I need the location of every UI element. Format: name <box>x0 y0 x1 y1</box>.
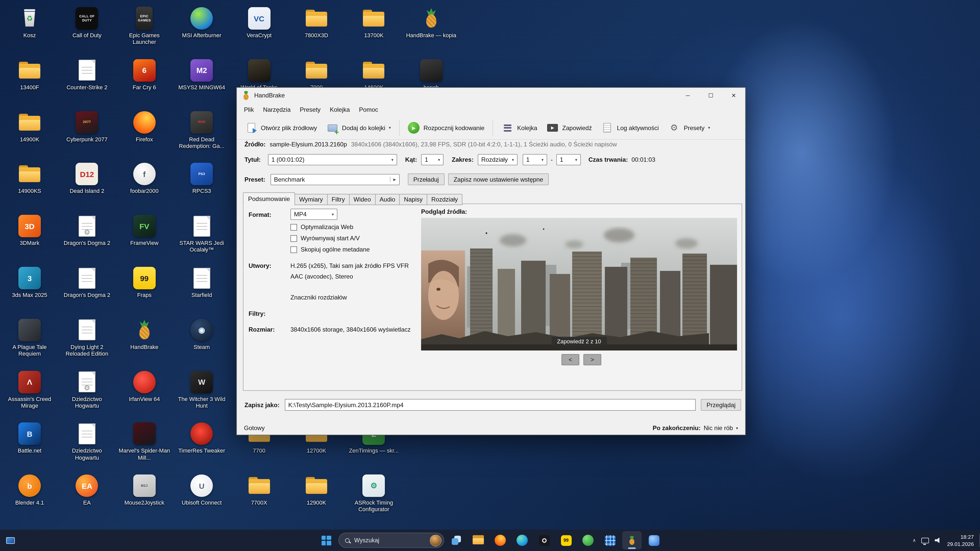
desktop-icon[interactable]: 13700K <box>347 6 401 39</box>
toolbar-queue[interactable]: Kolejka <box>497 119 541 137</box>
menu-pomoc[interactable]: Pomoc <box>355 103 383 116</box>
checkbox-wyr-wnywaj-start-a-v[interactable]: Wyrównywaj start A/V <box>290 235 360 242</box>
desktop-icon[interactable]: 3D3DMark <box>3 214 56 246</box>
desktop-icon[interactable]: UUbisoft Connect <box>175 473 228 506</box>
taskbar-fraps[interactable]: 99 <box>556 531 576 549</box>
desktop-icon[interactable]: WThe Witcher 3 Wild Hunt <box>175 370 228 409</box>
save-path-input[interactable] <box>285 399 696 411</box>
taskbar-handbrake[interactable] <box>622 531 641 549</box>
browse-button[interactable]: Przeglądaj <box>701 399 741 411</box>
corner-display-icon[interactable] <box>2 531 18 549</box>
toolbar-start-encode[interactable]: ▶Rozpocznij kodowanie <box>404 119 489 137</box>
desktop-icon[interactable]: Counter-Strike 2 <box>60 58 114 91</box>
desktop-icon[interactable]: Dragon's Dogma 2 <box>60 266 114 299</box>
when-done-select[interactable]: Nic nie rób <box>703 424 733 432</box>
desktop-icon[interactable]: ⚙Dziedzictwo Hogwartu <box>60 370 114 409</box>
desktop-icon[interactable]: VCVeraCrypt <box>232 6 286 39</box>
reload-preset-button[interactable]: Przeładuj <box>407 173 444 185</box>
desktop-icon[interactable]: bBlender 4.1 <box>3 473 56 506</box>
desktop-icon[interactable]: MSI Afterburner <box>175 6 228 39</box>
menu-presety[interactable]: Presety <box>295 103 325 116</box>
desktop-icon[interactable]: 99Fraps <box>118 266 171 299</box>
volume-icon[interactable] <box>935 537 942 543</box>
desktop-icon[interactable]: ΛAssassin's Creed Mirage <box>3 370 56 409</box>
desktop-icon[interactable]: IrfanView 64 <box>118 370 171 402</box>
desktop-icon[interactable]: ◉Steam <box>175 318 228 351</box>
hidden-icons-chevron-icon[interactable]: ∧ <box>913 538 916 543</box>
taskbar-app-blue[interactable] <box>644 531 663 549</box>
range-to-select[interactable]: 1 <box>556 154 581 165</box>
search-highlight-thumbnail[interactable] <box>430 534 442 546</box>
desktop-icon[interactable]: 12900K <box>290 473 343 506</box>
desktop-icon[interactable]: ⚙ASRock Timing Configurator <box>347 473 401 513</box>
minimize-button[interactable]: ─ <box>676 88 699 103</box>
toolbar-presets[interactable]: ⚙Presety▾ <box>664 119 714 137</box>
desktop-icon[interactable]: 14600K <box>347 58 401 91</box>
search-box[interactable]: Wyszukaj <box>339 533 444 548</box>
toolbar-preview[interactable]: ▶Zapowiedź <box>542 119 596 137</box>
taskbar-file-explorer[interactable] <box>469 531 488 549</box>
desktop-icon[interactable]: ffoobar2000 <box>118 162 171 195</box>
desktop-icon[interactable]: D12Dead Island 2 <box>60 162 114 195</box>
desktop-icon[interactable]: BBattle.net <box>3 422 56 454</box>
menu-kolejka[interactable]: Kolejka <box>325 103 355 116</box>
checkbox-box[interactable] <box>290 235 297 241</box>
desktop-icon[interactable]: M2MSYS2 MINGW64 <box>175 58 228 91</box>
taskbar-app-green[interactable] <box>578 531 598 549</box>
maximize-button[interactable]: ☐ <box>699 88 722 103</box>
checkbox-box[interactable] <box>290 224 297 230</box>
desktop-icon[interactable]: Firefox <box>118 110 171 143</box>
desktop-icon[interactable]: Dziedzictwo Hogwartu <box>60 422 114 461</box>
desktop-icon[interactable]: 6Far Cry 6 <box>118 58 171 91</box>
taskbar-task-view[interactable] <box>447 531 466 549</box>
desktop-icon[interactable]: HandBrake — kopia <box>405 6 458 39</box>
desktop-icon[interactable]: 7900 <box>290 58 343 91</box>
desktop-icon[interactable]: World of Tanks <box>232 58 286 91</box>
checkbox-box[interactable] <box>290 246 297 253</box>
tab-filtry[interactable]: Filtry <box>327 194 349 205</box>
desktop-icon[interactable]: PS3RPCS3 <box>175 162 228 195</box>
taskbar-app-grid[interactable] <box>600 531 620 549</box>
desktop-icon[interactable]: ⚙Dragon's Dogma 2 <box>60 214 114 246</box>
desktop-icon[interactable]: STAR WARS Jedi Ocalały™ <box>175 214 228 253</box>
tab-wymiary[interactable]: Wymiary <box>294 194 328 205</box>
desktop-icon[interactable]: 2077Cyberpunk 2077 <box>60 110 114 143</box>
display-icon[interactable] <box>921 537 929 543</box>
desktop-icon[interactable]: Dying Light 2 Reloaded Edition <box>60 318 114 357</box>
taskbar-app-dark[interactable] <box>535 531 554 549</box>
taskbar-firefox[interactable] <box>490 531 510 549</box>
desktop-icon[interactable]: 33ds Max 2025 <box>3 266 56 299</box>
desktop-icon[interactable]: EPIC GAMESEpic Games Launcher <box>118 6 171 46</box>
toolbar-open-source[interactable]: Otwórz plik źródłowy <box>241 119 321 137</box>
desktop-icon[interactable]: 14900KS <box>3 162 56 195</box>
start-button[interactable] <box>317 531 336 549</box>
desktop-icon[interactable]: TimerRes Tweaker <box>175 422 228 454</box>
tab-audio[interactable]: Audio <box>375 194 400 205</box>
title-select[interactable]: 1 (00:01:02) <box>268 154 397 165</box>
checkbox-optymalizacja-web[interactable]: Optymalizacja Web <box>290 224 353 230</box>
close-button[interactable]: ✕ <box>722 88 745 103</box>
desktop-icon[interactable]: ♻Kosz <box>3 6 56 39</box>
desktop-icon[interactable]: Marvel's Spider-Man Mill... <box>118 422 171 461</box>
desktop-icon[interactable]: M2JMouse2Joystick <box>118 473 171 506</box>
tab-napisy[interactable]: Napisy <box>399 194 427 205</box>
desktop-icon[interactable]: 14900K <box>3 110 56 143</box>
desktop-icon[interactable]: RDRRed Dead Redemption: Ga... <box>175 110 228 149</box>
tab-podsumowanie[interactable]: Podsumowanie <box>243 192 295 206</box>
angle-select[interactable]: 1 <box>421 154 444 165</box>
toolbar-activity-log[interactable]: Log aktywności <box>597 119 663 137</box>
range-from-select[interactable]: 1 <box>523 154 547 165</box>
desktop-icon[interactable]: EAEA <box>60 473 114 506</box>
range-type-select[interactable]: Rozdziały <box>478 154 517 165</box>
format-select[interactable]: MP4 <box>290 209 337 220</box>
title-bar[interactable]: HandBrake ─ ☐ ✕ <box>237 88 745 103</box>
tab-wideo[interactable]: Wideo <box>349 194 375 205</box>
desktop-icon[interactable]: HandBrake <box>118 318 171 351</box>
desktop-icon[interactable]: FVFrameView <box>118 214 171 246</box>
preset-select[interactable]: Benchmark <box>270 174 399 185</box>
desktop-icon[interactable]: 13400F <box>3 58 56 91</box>
desktop-icon[interactable]: A Plague Tale Requiem <box>3 318 56 357</box>
taskbar-edge[interactable] <box>512 531 532 549</box>
preview-next-button[interactable]: > <box>584 354 601 365</box>
preview-prev-button[interactable]: < <box>562 354 579 365</box>
